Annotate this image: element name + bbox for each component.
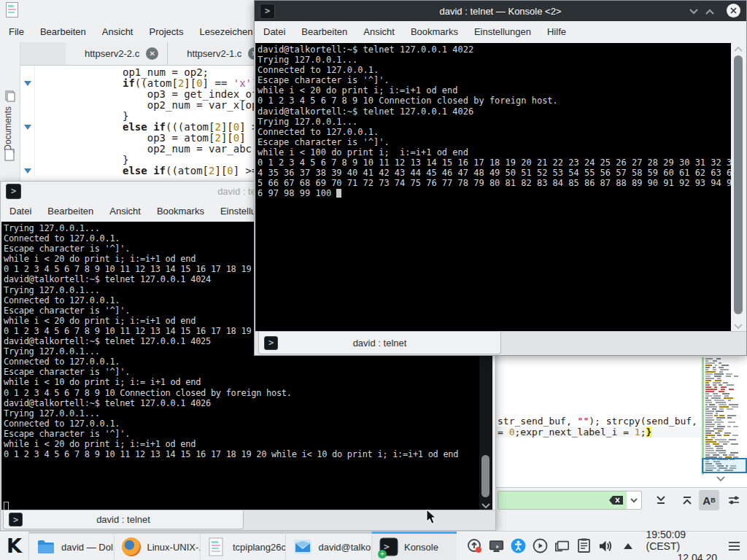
minimap-mark xyxy=(719,415,724,416)
minimap-mark xyxy=(705,428,710,429)
panel-settings-icon[interactable] xyxy=(721,532,747,560)
menu-item-hilfe[interactable]: Hilfe xyxy=(547,26,566,37)
menu-item-file[interactable]: File xyxy=(9,26,24,37)
task-dolphin[interactable]: david — Dol... xyxy=(28,532,115,560)
menu-item-ansicht[interactable]: Ansicht xyxy=(102,26,133,37)
volume-icon[interactable] xyxy=(598,538,614,553)
minimap-mark xyxy=(705,404,708,405)
task-mail[interactable]: david@talko... xyxy=(285,532,371,560)
minimap-mark xyxy=(705,435,715,436)
close-icon[interactable] xyxy=(727,4,740,18)
media-player-icon[interactable] xyxy=(533,538,548,553)
terminal-output[interactable]: david@talkortell:~$ telnet 127.0.0.1 402… xyxy=(255,43,732,332)
task-document[interactable]: tcpiplang26c... xyxy=(200,532,286,560)
filesystem-browser-icon[interactable] xyxy=(4,149,16,162)
terminal-line: Trying 127.0.0.1... xyxy=(258,117,732,127)
search-input[interactable] xyxy=(498,491,642,510)
minimap-mark xyxy=(716,358,721,359)
menu-item-datei[interactable]: Datei xyxy=(263,26,285,37)
konsole-tabbar: > david : telnet xyxy=(1,510,495,530)
minimap-scrollbar[interactable] xyxy=(705,357,738,474)
app-launcher-button[interactable]: K xyxy=(0,532,28,560)
minimap-mark xyxy=(705,454,710,456)
minimap-mark xyxy=(705,386,711,388)
menu-item-lesezeichen[interactable]: Lesezeichen xyxy=(199,26,252,37)
menu-item-bookmarks[interactable]: Bookmarks xyxy=(411,26,458,37)
tab-label: httpserv2-2.c xyxy=(85,48,139,59)
terminal-tab[interactable]: > david : telnet xyxy=(3,510,244,529)
scroll-down-icon[interactable] xyxy=(732,322,744,330)
tab-httpserv2-2c[interactable]: httpserv2-2.c ✕ xyxy=(66,42,168,65)
scroll-up-icon[interactable] xyxy=(732,45,744,52)
terminal-line: 6 97 98 99 100 xyxy=(258,188,732,198)
menu-item-ansicht[interactable]: Ansicht xyxy=(363,26,395,37)
updates-icon[interactable] xyxy=(467,538,482,553)
digital-clock[interactable]: 19:50:09 (CEST) 12.04.20 xyxy=(641,532,721,560)
minimap-mark xyxy=(716,411,724,412)
clipboard-icon[interactable] xyxy=(576,538,592,553)
menu-item-einstellungen[interactable]: Einstellungen xyxy=(474,26,531,37)
scroll-down-icon[interactable] xyxy=(480,502,492,509)
maximize-icon[interactable] xyxy=(704,8,716,15)
network-icon[interactable] xyxy=(554,538,570,553)
fold-arrow-icon[interactable] xyxy=(24,168,31,174)
menu-item-bearbeiten[interactable]: Bearbeiten xyxy=(301,26,347,37)
menu-item-bearbeiten[interactable]: Bearbeiten xyxy=(47,206,93,217)
find-previous-button[interactable] xyxy=(677,490,697,510)
scroll-down-icon[interactable] xyxy=(715,475,727,482)
minimap-mark xyxy=(713,443,719,445)
minimap-mark xyxy=(713,384,716,386)
menu-item-datei[interactable]: Datei xyxy=(9,206,31,217)
scrollbar-thumb[interactable] xyxy=(734,55,743,314)
minimap-mark xyxy=(717,435,721,436)
match-case-button[interactable]: AB xyxy=(699,490,719,510)
fold-arrow-icon[interactable] xyxy=(24,125,31,130)
find-next-button[interactable] xyxy=(651,490,671,510)
expand-tray-icon[interactable] xyxy=(620,538,635,553)
clear-search-icon[interactable] xyxy=(609,495,624,505)
code-view-fragment[interactable]: str_send_buf, ""); strcpy(send_buf,= 0;e… xyxy=(498,416,697,438)
document-mini-icon[interactable] xyxy=(6,2,18,20)
menu-item-bearbeiten[interactable]: Bearbeiten xyxy=(40,26,86,37)
minimap-mark xyxy=(726,373,732,375)
fold-margin-cell xyxy=(20,133,34,144)
fold-arrow-icon[interactable] xyxy=(24,81,31,86)
terminal-line xyxy=(4,480,479,490)
scrollbar-thumb[interactable] xyxy=(481,455,489,497)
folder-icon xyxy=(36,537,55,556)
titlebar[interactable]: > david : telnet — Konsole <2> xyxy=(255,1,746,21)
terminal-line: Escape character is '^]'. xyxy=(258,75,732,85)
task-firefox[interactable]: Linux-UNIX-... xyxy=(114,532,200,560)
accessibility-icon[interactable] xyxy=(511,538,526,553)
minimap-mark xyxy=(724,432,731,434)
fold-margin-cell xyxy=(20,111,34,122)
search-options-button[interactable] xyxy=(724,490,744,510)
close-tab-icon[interactable]: ✕ xyxy=(146,47,158,60)
terminal-tab[interactable]: > david : telnet xyxy=(258,332,501,354)
task-konsole[interactable]: > + Konsole xyxy=(371,532,457,560)
display-icon[interactable] xyxy=(489,538,504,553)
document-icon xyxy=(208,537,227,556)
menu-item-projects[interactable]: Projects xyxy=(149,26,183,37)
minimap-mark xyxy=(726,376,731,377)
scrollbar-track[interactable] xyxy=(731,43,746,332)
minimap-mark xyxy=(711,437,715,438)
minimap-mark xyxy=(715,446,723,447)
sidebar-documents-tab[interactable]: Documents xyxy=(3,106,13,151)
fold-margin-cell xyxy=(20,78,34,89)
menu-item-ansicht[interactable]: Ansicht xyxy=(109,206,141,217)
search-text-area[interactable] xyxy=(498,491,627,509)
minimap-mark xyxy=(719,391,724,392)
fold-margin-cell xyxy=(20,166,34,176)
terminal-line: Connected to 127.0.0.1. xyxy=(4,419,479,429)
minimap-mark xyxy=(714,373,724,375)
search-history-dropdown-icon[interactable] xyxy=(627,491,641,509)
minimap-mark xyxy=(721,389,725,390)
documents-stack-icon[interactable] xyxy=(4,90,16,102)
minimap-mark xyxy=(712,408,716,410)
minimap-viewport[interactable] xyxy=(702,458,747,473)
menu-item-bookmarks[interactable]: Bookmarks xyxy=(157,206,204,217)
minimap-mark xyxy=(705,430,714,432)
minimize-icon[interactable] xyxy=(688,8,700,15)
minimap-mark xyxy=(718,430,722,432)
